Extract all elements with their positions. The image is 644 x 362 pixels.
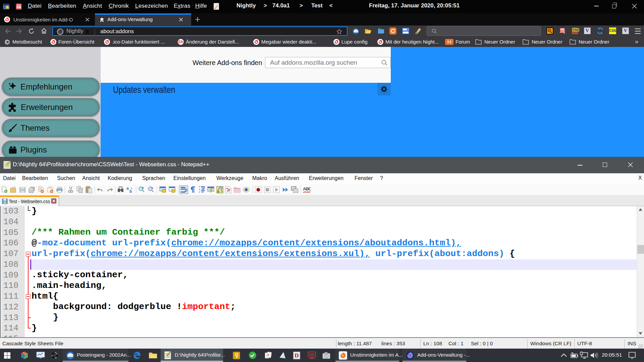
svg-text:ABC: ABC (303, 186, 311, 191)
svg-text:a: a (126, 186, 129, 191)
svg-text:b: b (129, 189, 132, 193)
